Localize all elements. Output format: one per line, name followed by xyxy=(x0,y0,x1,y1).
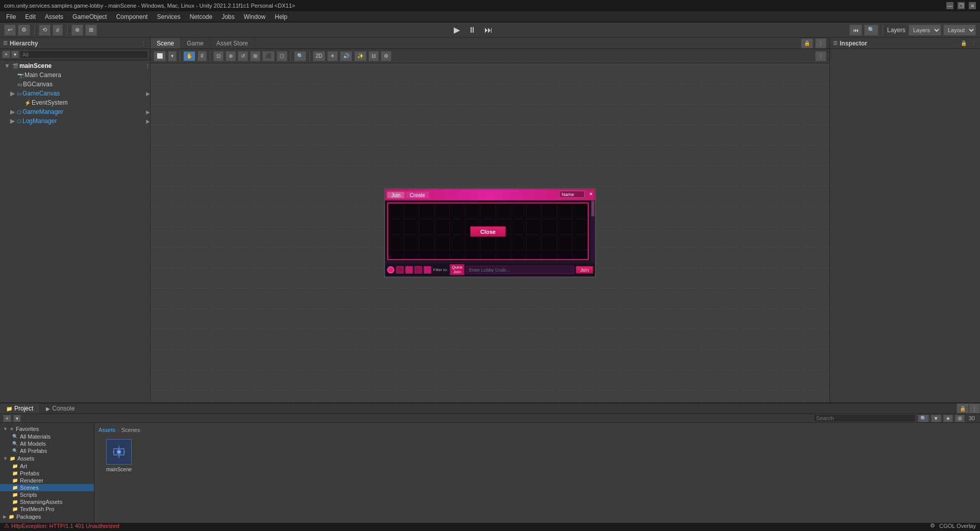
proj-all-prefabs[interactable]: 🔍 All Prefabs xyxy=(0,447,94,454)
scene-pivot-btn[interactable]: ⊕ xyxy=(226,51,236,61)
menu-assets[interactable]: Assets xyxy=(41,12,67,21)
menu-services[interactable]: Services xyxy=(153,12,184,21)
scene-options-btn-right[interactable]: ⋮ xyxy=(815,51,826,61)
bottom-tab-console[interactable]: ▶ Console xyxy=(40,403,81,414)
proj-scenes[interactable]: 📁 Scenes xyxy=(0,484,94,491)
gp-scrollbar-thumb[interactable] xyxy=(592,201,595,216)
toolbar-grid-button[interactable]: # xyxy=(53,25,63,36)
scene-gizmos-btn[interactable]: ⚙ xyxy=(381,51,391,61)
hierarchy-item-mainscene[interactable]: ▼ 🎬 mainScene ⋮ xyxy=(0,61,150,70)
gp-icon-2[interactable] xyxy=(406,266,413,273)
menu-gameobject[interactable]: GameObject xyxy=(68,12,111,21)
project-search-input[interactable] xyxy=(814,414,916,422)
tab-game[interactable]: Game xyxy=(181,38,210,49)
project-add-button[interactable]: + xyxy=(3,415,11,422)
gp-scrollbar[interactable] xyxy=(591,201,595,262)
scene-lock-button[interactable]: 🔒 xyxy=(801,38,813,49)
breadcrumb-scenes[interactable]: Scenes xyxy=(121,427,140,433)
scene-fx-btn[interactable]: ✨ xyxy=(354,51,366,61)
menu-component[interactable]: Component xyxy=(112,12,152,21)
scene-snap-btn[interactable]: ⊡ xyxy=(213,51,224,61)
toolbar-transform-button[interactable]: ⟲ xyxy=(39,25,51,36)
project-star-btn[interactable]: ★ xyxy=(943,415,953,422)
menu-window[interactable]: Window xyxy=(240,12,270,21)
maximize-button[interactable]: ❐ xyxy=(958,2,965,9)
bottom-lock-button[interactable]: 🔒 xyxy=(957,403,969,414)
gp-icon-4[interactable] xyxy=(424,266,431,273)
assets-header[interactable]: ▼ 📁 Assets xyxy=(0,454,94,463)
project-filter-btn[interactable]: ▼ xyxy=(931,415,941,422)
scene-audio-btn[interactable]: 🔊 xyxy=(340,51,352,61)
proj-textmesh[interactable]: 📁 TextMesh Pro xyxy=(0,505,94,513)
scene-view[interactable]: Join Create Name ✕ Close xyxy=(151,63,829,402)
gamecanvas-expand[interactable]: ▶ xyxy=(146,91,150,96)
scene-options-button[interactable]: ⋮ xyxy=(815,38,826,49)
scene-local-btn[interactable]: ↺ xyxy=(238,51,248,61)
bottom-tab-project[interactable]: 📁 Project xyxy=(0,403,40,414)
hierarchy-item-bgcanvas[interactable]: ▭ BGCanvas xyxy=(0,80,150,89)
search-button[interactable]: 🔍 xyxy=(864,25,878,36)
toolbar-back-button[interactable]: ↩ xyxy=(4,25,16,36)
hierarchy-item-gamemanager[interactable]: ▶ ⬡ GameManager ▶ xyxy=(0,107,150,116)
menu-jobs[interactable]: Jobs xyxy=(217,12,238,21)
gp-tab-create[interactable]: Create xyxy=(406,191,429,198)
project-settings-btn[interactable]: ⚙ xyxy=(955,415,965,422)
window-controls[interactable]: — ❐ ✕ xyxy=(946,2,976,9)
gp-join-button[interactable]: Join xyxy=(576,266,593,273)
scene-scale-btn[interactable]: ⊞ xyxy=(250,51,260,61)
status-error[interactable]: ⚠ HttpException: HTTP/1.1 401 Unauthoriz… xyxy=(4,522,119,529)
minimize-button[interactable]: — xyxy=(946,2,953,9)
proj-streaming[interactable]: 📁 StreamingAssets xyxy=(0,498,94,505)
logmanager-expand[interactable]: ▶ xyxy=(146,118,150,124)
proj-prefabs[interactable]: 📁 Prefabs xyxy=(0,470,94,477)
hierarchy-menu-icon[interactable]: ☰ xyxy=(3,40,8,46)
hierarchy-search-input[interactable] xyxy=(20,51,148,59)
step-button[interactable]: ⏭ xyxy=(481,25,496,36)
history-button[interactable]: ⏮ xyxy=(849,25,862,36)
tab-scene[interactable]: Scene xyxy=(151,38,181,49)
packages-header[interactable]: ▶ 📁 Packages xyxy=(0,513,94,521)
inspector-options-button[interactable]: ⋮ xyxy=(970,40,977,46)
gp-code-input[interactable] xyxy=(467,266,574,274)
proj-all-materials[interactable]: 🔍 All Materials xyxy=(0,433,94,440)
hierarchy-item-eventsystem[interactable]: ⚡ EventSystem xyxy=(0,98,150,107)
hierarchy-item-maincamera[interactable]: 📷 Main Camera xyxy=(0,70,150,80)
toolbar-pivot-button[interactable]: ⊕ xyxy=(71,25,83,36)
scene-dropdown-button[interactable]: ▾ xyxy=(168,51,177,61)
menu-netcode[interactable]: Netcode xyxy=(185,12,216,21)
play-button[interactable]: ▶ xyxy=(451,24,463,36)
scene-transform-btn[interactable]: ⬡ xyxy=(277,51,287,61)
scene-grid-view-btn[interactable]: ⊟ xyxy=(369,51,379,61)
menu-file[interactable]: File xyxy=(2,12,20,21)
project-dropdown-button[interactable]: ▾ xyxy=(13,415,21,422)
gp-close-x[interactable]: ✕ xyxy=(589,191,593,197)
inspector-lock-button[interactable]: 🔒 xyxy=(960,40,968,46)
gp-quick-join-button[interactable]: Quick Join xyxy=(450,264,464,275)
toolbar-local-button[interactable]: ⊞ xyxy=(85,25,97,36)
scene-hand-button[interactable]: ✋ xyxy=(183,51,195,61)
close-button[interactable]: ✕ xyxy=(969,2,976,9)
hierarchy-add-button[interactable]: + xyxy=(2,51,10,58)
layout-dropdown[interactable]: Layout xyxy=(943,25,976,36)
scene-search-btn[interactable]: 🔍 xyxy=(294,51,306,61)
hierarchy-item-gamecanvas[interactable]: ▶ ▭ GameCanvas ▶ xyxy=(0,89,150,98)
gp-tab-join[interactable]: Join xyxy=(387,191,405,198)
toolbar-settings-button[interactable]: ⚙ xyxy=(18,25,30,36)
file-item-mainscene[interactable]: mainScene xyxy=(99,437,139,474)
proj-renderer[interactable]: 📁 Renderer xyxy=(0,477,94,484)
scene-grid-btn[interactable]: # xyxy=(198,51,207,61)
gp-icon-3[interactable] xyxy=(415,266,422,273)
scene-draw-button[interactable]: ⬜ xyxy=(154,51,166,61)
bottom-options-button[interactable]: ⋮ xyxy=(969,403,980,414)
pause-button[interactable]: ⏸ xyxy=(465,25,479,36)
proj-art[interactable]: 📁 Art xyxy=(0,463,94,470)
scene-rect-btn[interactable]: ⬛ xyxy=(262,51,275,61)
layers-dropdown[interactable]: Layers xyxy=(909,25,941,36)
gp-name-field[interactable]: Name xyxy=(559,191,585,198)
gp-radio-button[interactable] xyxy=(387,266,395,273)
scene-light-btn[interactable]: ☀ xyxy=(327,51,338,61)
menu-edit[interactable]: Edit xyxy=(21,12,40,21)
favorites-header[interactable]: ▼ ★ Favorites xyxy=(0,425,94,433)
menu-help[interactable]: Help xyxy=(271,12,291,21)
scene-2d-btn[interactable]: 2D xyxy=(313,51,326,61)
